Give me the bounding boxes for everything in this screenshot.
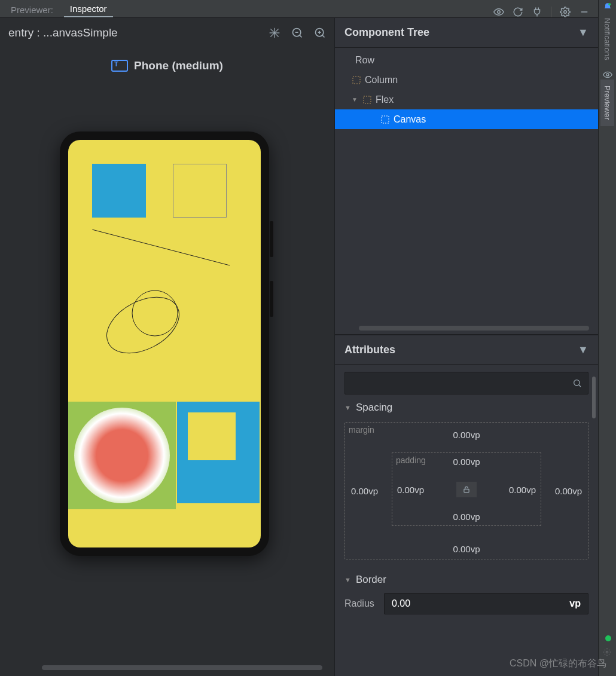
- attributes-header: Attributes ▼: [335, 335, 598, 365]
- component-icon: [380, 115, 390, 124]
- toolbar-separator: [551, 7, 551, 17]
- top-tool-group: [493, 7, 593, 17]
- bell-icon[interactable]: [603, 2, 612, 12]
- svg-rect-19: [382, 116, 389, 123]
- preview-zoom-tools: [269, 27, 326, 39]
- tree-hscrollbar[interactable]: [359, 326, 589, 331]
- snowflake-icon[interactable]: [269, 27, 280, 39]
- plug-icon[interactable]: [532, 7, 542, 17]
- content-split: entry : ...anvasSimple Phone (medium): [0, 18, 598, 676]
- svg-point-25: [606, 651, 608, 653]
- attribute-search-input[interactable]: [344, 372, 588, 394]
- radius-value: 0.00: [392, 598, 410, 609]
- svg-point-24: [606, 74, 609, 76]
- tree-node-label: Row: [355, 55, 374, 66]
- top-tab-bar: Previewer: Inspector: [0, 0, 598, 18]
- padding-right[interactable]: 0.00vp: [509, 484, 536, 494]
- radius-input[interactable]: 0.00 vp: [384, 593, 588, 614]
- component-tree-title: Component Tree: [344, 26, 429, 39]
- chevron-down-icon[interactable]: ▼: [578, 27, 588, 38]
- section-spacing-title: Spacing: [356, 402, 392, 414]
- section-spacing-header[interactable]: ▼ Spacing: [335, 397, 598, 418]
- chevron-down-icon[interactable]: ▼: [578, 344, 588, 355]
- spacing-box-model: margin 0.00vp 0.00vp 0.00vp 0.00vp paddi…: [344, 422, 588, 559]
- chevron-down-icon: ▼: [344, 576, 351, 583]
- svg-line-8: [300, 35, 301, 37]
- device-bar: Phone (medium): [0, 48, 334, 84]
- tree-node-label: Canvas: [394, 114, 426, 125]
- refresh-icon[interactable]: [513, 7, 523, 17]
- zoom-in-icon[interactable]: [314, 27, 326, 39]
- component-icon: [352, 75, 361, 85]
- radius-unit: vp: [569, 598, 581, 609]
- tab-previewer[interactable]: Previewer:: [5, 2, 59, 17]
- margin-left[interactable]: 0.00vp: [351, 486, 378, 496]
- eye-icon[interactable]: [493, 7, 504, 17]
- canvas-blue-box: [177, 402, 260, 503]
- inspector-pane: Component Tree ▼ Row Column ▼: [335, 18, 598, 676]
- canvas-line: [92, 230, 230, 271]
- component-tree: Row Column ▼ Flex Canvas: [335, 48, 598, 335]
- lock-icon[interactable]: [456, 482, 477, 497]
- border-radius-row: Radius 0.00 vp: [335, 591, 598, 617]
- search-icon: [572, 378, 582, 388]
- phone-frame: [60, 131, 269, 556]
- tree-node-label: Flex: [376, 94, 394, 105]
- margin-top[interactable]: 0.00vp: [453, 430, 480, 440]
- component-icon: [362, 95, 372, 105]
- corner-gear-icon[interactable]: [603, 648, 611, 658]
- preview-header: entry : ...anvasSimple: [0, 18, 334, 48]
- svg-rect-18: [364, 96, 371, 103]
- section-border-title: Border: [356, 574, 386, 586]
- tree-node-label: Column: [365, 75, 398, 85]
- canvas-viewport[interactable]: [0, 84, 334, 676]
- attrs-vscrollbar[interactable]: [592, 377, 596, 418]
- device-label: Phone (medium): [134, 59, 223, 72]
- right-sidebar: Notifications Previewer: [598, 0, 616, 676]
- watermark-text: CSDN @忙碌的布谷鸟: [510, 657, 606, 670]
- canvas-radial-gradient: [74, 408, 170, 503]
- svg-point-1: [564, 11, 567, 14]
- padding-left[interactable]: 0.00vp: [397, 484, 424, 494]
- svg-rect-17: [353, 77, 360, 84]
- status-dot-icon: [605, 635, 611, 641]
- canvas-ellipses: [101, 277, 197, 361]
- side-tab-previewer[interactable]: Previewer: [600, 79, 614, 126]
- margin-right[interactable]: 0.00vp: [555, 486, 582, 496]
- minimize-icon[interactable]: [579, 7, 590, 17]
- svg-point-20: [574, 380, 580, 386]
- tree-node-canvas[interactable]: Canvas: [335, 109, 598, 129]
- component-tree-header: Component Tree ▼: [335, 18, 598, 48]
- section-border-header[interactable]: ▼ Border: [335, 569, 598, 591]
- tree-node-column[interactable]: Column: [335, 70, 598, 90]
- zoom-out-icon[interactable]: [291, 27, 303, 39]
- svg-point-0: [498, 11, 501, 14]
- app-main: Previewer: Inspector entry : ...anvasSim…: [0, 0, 598, 676]
- margin-label: margin: [349, 425, 374, 435]
- canvas-outline-square: [173, 164, 227, 218]
- svg-point-23: [608, 3, 611, 5]
- svg-line-21: [579, 385, 581, 387]
- tree-node-row[interactable]: Row: [335, 50, 598, 70]
- side-tab-notifications[interactable]: Notifications: [600, 12, 614, 66]
- gear-icon[interactable]: [560, 7, 571, 17]
- padding-bottom[interactable]: 0.00vp: [453, 512, 480, 522]
- preview-pane: entry : ...anvasSimple Phone (medium): [0, 18, 335, 676]
- margin-bottom[interactable]: 0.00vp: [453, 544, 480, 554]
- tree-node-flex[interactable]: ▼ Flex: [335, 90, 598, 109]
- phone-screen: [68, 140, 261, 547]
- svg-rect-22: [464, 489, 469, 492]
- preview-hscrollbar[interactable]: [42, 665, 322, 670]
- canvas-inner-yellow: [188, 412, 236, 460]
- padding-top[interactable]: 0.00vp: [453, 457, 480, 467]
- svg-line-11: [322, 35, 324, 37]
- tab-inspector[interactable]: Inspector: [64, 1, 113, 17]
- expand-arrow-icon[interactable]: ▼: [352, 96, 359, 103]
- eye-icon[interactable]: [603, 70, 612, 79]
- radius-label: Radius: [344, 598, 378, 609]
- canvas-blue-square: [92, 164, 146, 218]
- device-type-icon: [111, 60, 128, 72]
- attributes-panel: ▼ Spacing margin 0.00vp 0.00vp 0.00vp 0.…: [335, 365, 598, 676]
- padding-label: padding: [396, 455, 426, 465]
- chevron-down-icon: ▼: [344, 404, 351, 411]
